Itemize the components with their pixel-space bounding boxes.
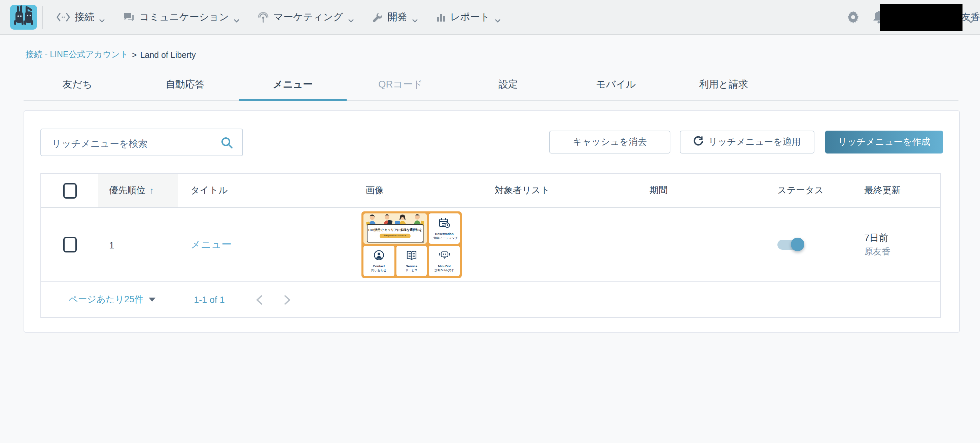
settings-gear-icon[interactable] bbox=[846, 10, 860, 24]
chevron-down-icon bbox=[234, 14, 239, 19]
updated-cell: 7日前 原友香 bbox=[837, 208, 940, 281]
column-header-image[interactable]: 画像 bbox=[352, 174, 479, 207]
broadcast-icon bbox=[258, 12, 269, 22]
apply-rich-menu-button[interactable]: リッチメニューを適用 bbox=[680, 131, 815, 153]
select-all-checkbox[interactable] bbox=[63, 183, 76, 198]
breadcrumb: 接続 - LINE公式アカウント > Land of Liberty bbox=[25, 49, 980, 61]
column-header-title[interactable]: タイトル bbox=[178, 174, 352, 207]
rich-menu-hero-cell: ITの活用で キャリアに多様な選択肢を Everyone has a chanc… bbox=[363, 214, 427, 244]
wrench-icon bbox=[372, 12, 383, 22]
bar-chart-icon bbox=[436, 13, 445, 22]
top-navigation-bar: 接続 コミュニケーション bbox=[0, 0, 980, 35]
refresh-icon bbox=[694, 136, 704, 148]
nav-label: マーケティング bbox=[273, 11, 343, 24]
per-page-dropdown[interactable]: ページあたり25件 bbox=[68, 293, 156, 306]
search-box bbox=[40, 129, 243, 156]
nav-label: コミュニケーション bbox=[139, 11, 229, 24]
nav-item-development[interactable]: 開発 bbox=[372, 11, 417, 24]
tab-menu[interactable]: メニュー bbox=[239, 70, 347, 100]
nav-item-connect[interactable]: 接続 bbox=[57, 11, 104, 24]
cell-label-en: Contact bbox=[373, 265, 385, 268]
cell-label-ja: サービス bbox=[406, 268, 418, 272]
create-rich-menu-button[interactable]: リッチメニューを作成 bbox=[825, 131, 943, 153]
next-page-chevron-icon[interactable] bbox=[284, 295, 291, 304]
image-cell: ITの活用で キャリアに多様な選択肢を Everyone has a chanc… bbox=[352, 208, 479, 281]
row-checkbox-cell bbox=[41, 208, 98, 281]
rich-menu-title-link[interactable]: メニュー bbox=[191, 238, 232, 251]
cell-label-en: Mini Bot bbox=[438, 265, 450, 268]
column-header-status[interactable]: ステータス bbox=[734, 174, 837, 207]
column-header-priority[interactable]: 優先順位 ↑ bbox=[98, 174, 178, 207]
tab-usage-billing[interactable]: 利用と請求 bbox=[670, 70, 777, 100]
table-header-row: 優先順位 ↑ タイトル 画像 対象者リスト 期間 ステータス 最終更新 bbox=[41, 174, 940, 208]
search-icon[interactable] bbox=[221, 137, 233, 151]
column-header-updated[interactable]: 最終更新 bbox=[837, 174, 940, 207]
hero-banner-title: ITの活用で キャリアに多様な選択肢を bbox=[368, 228, 423, 232]
tab-auto-reply[interactable]: 自動応答 bbox=[131, 70, 239, 100]
rich-menu-table: 優先順位 ↑ タイトル 画像 対象者リスト 期間 ステータス 最終更新 1 メニ… bbox=[40, 173, 941, 318]
rich-menu-card: キャッシュを消去 リッチメニューを適用 リッチメニューを作成 優 bbox=[24, 110, 960, 333]
previous-page-chevron-icon[interactable] bbox=[256, 295, 262, 304]
search-input[interactable] bbox=[51, 129, 221, 157]
title-cell: メニュー bbox=[178, 208, 352, 281]
row-checkbox[interactable] bbox=[63, 237, 76, 252]
cell-label-ja: 問い合わせ bbox=[371, 269, 387, 272]
open-book-icon bbox=[406, 250, 417, 263]
app-logo[interactable] bbox=[10, 5, 37, 30]
header-checkbox-cell bbox=[41, 174, 98, 207]
period-cell bbox=[633, 208, 734, 281]
column-header-period[interactable]: 期間 bbox=[633, 174, 734, 207]
rich-menu-cell-reservation: Reservation ご相談ミーティング bbox=[429, 214, 460, 244]
topbar-divider bbox=[42, 6, 43, 29]
clear-cache-button[interactable]: キャッシュを消去 bbox=[549, 131, 670, 153]
status-cell bbox=[734, 208, 837, 281]
tab-friends[interactable]: 友だち bbox=[24, 70, 131, 100]
redacted-account-name bbox=[880, 4, 963, 31]
breadcrumb-current: Land of Liberty bbox=[140, 50, 196, 60]
page-tabs: 友だち 自動応答 メニュー QRコード 設定 モバイル 利用と請求 bbox=[24, 70, 958, 101]
rich-menu-thumbnail[interactable]: ITの活用で キャリアに多様な選択肢を Everyone has a chanc… bbox=[361, 211, 462, 278]
tab-qr-code[interactable]: QRコード bbox=[347, 70, 454, 100]
rich-menu-cell-service: Service サービス bbox=[396, 246, 427, 276]
cell-label-ja: ご相談ミーティング bbox=[431, 236, 458, 240]
user-menu-chevron-icon[interactable] bbox=[967, 14, 975, 26]
cell-label-en: Reservation bbox=[435, 232, 453, 236]
nav-item-reports[interactable]: レポート bbox=[436, 11, 500, 24]
main-nav: 接続 コミュニケーション bbox=[57, 11, 500, 24]
toggle-knob bbox=[791, 237, 804, 251]
audience-cell bbox=[479, 208, 633, 281]
pagination-row: ページあたり25件 1-1 of 1 bbox=[41, 282, 940, 317]
tab-mobile[interactable]: モバイル bbox=[562, 70, 670, 100]
chat-icon bbox=[123, 12, 135, 22]
updated-by: 原友香 bbox=[864, 245, 891, 258]
breadcrumb-separator: > bbox=[132, 50, 137, 60]
contact-person-icon bbox=[374, 250, 384, 263]
column-label: 優先順位 bbox=[109, 185, 145, 197]
pagination-range: 1-1 of 1 bbox=[194, 295, 225, 304]
priority-cell: 1 bbox=[98, 208, 178, 281]
chevron-down-icon bbox=[348, 14, 353, 19]
hero-banner-pill: Everyone has a chance. bbox=[380, 234, 410, 238]
nav-label: 開発 bbox=[388, 11, 407, 24]
breadcrumb-link[interactable]: 接続 - LINE公式アカウント bbox=[25, 49, 129, 61]
dropdown-triangle-icon bbox=[149, 298, 156, 302]
calendar-clock-icon bbox=[439, 217, 450, 231]
nav-label: レポート bbox=[450, 11, 490, 24]
cell-label-en: Service bbox=[406, 264, 417, 268]
column-header-audience[interactable]: 対象者リスト bbox=[479, 174, 633, 207]
apply-button-label: リッチメニューを適用 bbox=[708, 136, 800, 148]
tab-settings[interactable]: 設定 bbox=[454, 70, 562, 100]
rich-menu-cell-contact: Contact 問い合わせ bbox=[363, 246, 394, 276]
cell-label-ja: 診断Botを試す bbox=[435, 269, 454, 272]
bunny-logo-icon bbox=[12, 5, 35, 29]
chevron-down-icon bbox=[412, 14, 417, 19]
per-page-label: ページあたり25件 bbox=[68, 293, 143, 306]
nav-label: 接続 bbox=[75, 11, 94, 24]
status-toggle-on[interactable] bbox=[777, 240, 803, 250]
updated-ago: 7日前 bbox=[864, 231, 891, 245]
sort-ascending-arrow-icon: ↑ bbox=[150, 185, 154, 196]
chevron-down-icon bbox=[99, 14, 104, 19]
hero-banner: ITの活用で キャリアに多様な選択肢を Everyone has a chanc… bbox=[367, 224, 424, 242]
nav-item-marketing[interactable]: マーケティング bbox=[258, 11, 353, 24]
nav-item-communication[interactable]: コミュニケーション bbox=[123, 11, 239, 24]
